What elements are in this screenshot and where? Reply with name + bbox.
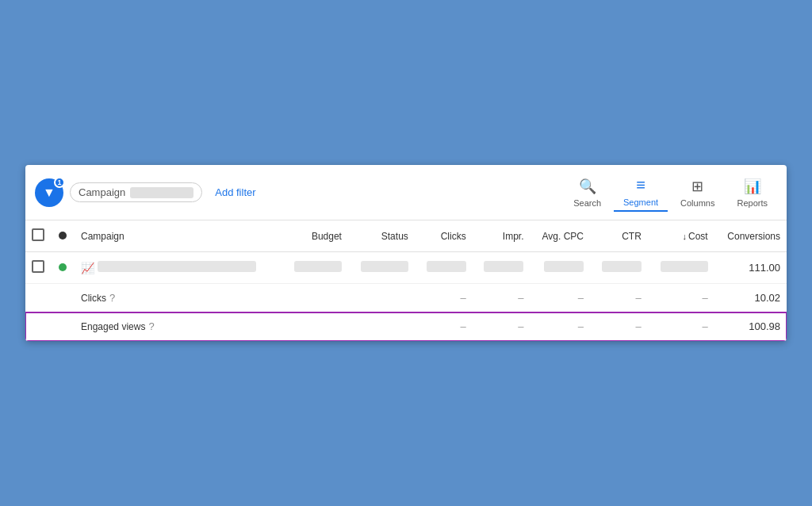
ctr-placeholder — [602, 261, 642, 272]
search-action[interactable]: 🔍 Search — [564, 174, 611, 211]
avg-cpc-placeholder — [544, 261, 584, 272]
cost-column-header: ↓Cost — [648, 220, 714, 252]
sub-clicks-cost: – — [648, 284, 714, 312]
cost-placeholder — [661, 261, 708, 272]
search-icon: 🔍 — [579, 178, 596, 195]
impr-column-header: Impr. — [473, 220, 530, 252]
sub-clicks-ctr: – — [590, 284, 648, 312]
budget-column-header: Budget — [282, 220, 348, 252]
sub-row-check-2 — [25, 312, 51, 341]
sub-row-status-2 — [51, 312, 75, 341]
sub-clicks-clicks: – — [415, 284, 473, 312]
row-budget — [282, 252, 348, 284]
reports-icon: 📊 — [744, 178, 761, 195]
sub-row-status-1 — [51, 284, 75, 312]
columns-icon: ⊞ — [691, 178, 703, 195]
campaign-trend-icon: 📈 — [81, 262, 94, 274]
clicks-column-header: Clicks — [415, 220, 473, 252]
filter-pill-label: Campaign — [79, 186, 125, 198]
sub-engaged-status — [348, 312, 415, 341]
sub-engaged-clicks: – — [415, 312, 473, 341]
row-conversions: 111.00 — [714, 252, 787, 284]
row-clicks — [415, 252, 473, 284]
search-label: Search — [573, 198, 601, 208]
filter-pill-value — [130, 187, 193, 198]
main-card: ▼ 1 Campaign Add filter 🔍 Search ≡ Segme… — [25, 165, 787, 341]
clicks-placeholder — [427, 261, 466, 272]
ctr-column-header: CTR — [590, 220, 648, 252]
row-status-dot — [59, 263, 67, 271]
sub-engaged-avg-cpc: – — [530, 312, 590, 341]
status-header-dot — [59, 232, 67, 240]
sub-engaged-impr: – — [473, 312, 530, 341]
row-ctr — [590, 252, 648, 284]
segment-label: Segment — [623, 197, 658, 207]
add-filter-button[interactable]: Add filter — [209, 183, 262, 201]
filter-icon: ▼ — [43, 186, 56, 200]
table-header-row: Campaign Budget Status Clicks Impr. Avg.… — [25, 220, 787, 252]
status-placeholder — [361, 261, 408, 272]
notification-badge: 1 — [54, 177, 65, 188]
segment-icon: ≡ — [636, 176, 645, 194]
row-status — [348, 252, 415, 284]
engaged-views-help-icon[interactable]: ? — [148, 320, 154, 332]
segment-action[interactable]: ≡ Segment — [614, 173, 668, 212]
toolbar-actions: 🔍 Search ≡ Segment ⊞ Columns 📊 Reports — [564, 173, 777, 212]
sub-row-check-1 — [25, 284, 51, 312]
reports-action[interactable]: 📊 Reports — [727, 174, 777, 211]
table-row: 📈 — [25, 252, 787, 284]
conversions-column-header: Conversions — [714, 220, 787, 252]
sub-clicks-avg-cpc: – — [530, 284, 590, 312]
sub-engaged-cost: – — [648, 312, 714, 341]
row-checkbox-cell[interactable] — [25, 252, 51, 284]
logo-filter-button[interactable]: ▼ 1 — [35, 178, 63, 207]
sub-engaged-conversions: 100.98 — [714, 312, 787, 341]
row-status-cell — [51, 252, 75, 284]
clicks-help-icon[interactable]: ? — [109, 292, 115, 304]
sub-row-label-2: Engaged views ? — [75, 312, 282, 341]
sub-clicks-impr: – — [473, 284, 530, 312]
sub-clicks-conversions: 10.02 — [714, 284, 787, 312]
columns-action[interactable]: ⊞ Columns — [671, 174, 724, 211]
columns-label: Columns — [680, 198, 714, 208]
clicks-sub-label: Clicks — [81, 293, 106, 304]
row-checkbox[interactable] — [32, 260, 44, 273]
sub-clicks-status — [348, 284, 415, 312]
row-avg-cpc — [530, 252, 590, 284]
data-table: Campaign Budget Status Clicks Impr. Avg.… — [25, 220, 787, 341]
clicks-sub-row: Clicks ? – – – – – 10.02 — [25, 284, 787, 312]
sub-engaged-ctr: – — [590, 312, 648, 341]
row-impr — [473, 252, 530, 284]
select-all-checkbox[interactable] — [32, 228, 44, 241]
campaign-filter-pill[interactable]: Campaign — [70, 182, 202, 202]
sub-engaged-budget — [282, 312, 348, 341]
engaged-views-sub-label: Engaged views — [81, 321, 145, 332]
toolbar: ▼ 1 Campaign Add filter 🔍 Search ≡ Segme… — [25, 165, 787, 220]
row-campaign-name[interactable]: 📈 — [75, 252, 282, 284]
row-cost — [648, 252, 714, 284]
campaign-column-header: Campaign — [75, 220, 282, 252]
sub-row-label-1: Clicks ? — [75, 284, 282, 312]
reports-label: Reports — [737, 198, 768, 208]
cost-sort-icon: ↓ — [683, 232, 688, 241]
avg-cpc-column-header: Avg. CPC — [530, 220, 590, 252]
impr-placeholder — [484, 261, 523, 272]
status-column-header: Status — [348, 220, 415, 252]
budget-placeholder — [294, 261, 342, 272]
select-all-header[interactable] — [25, 220, 51, 252]
engaged-views-sub-row: Engaged views ? – – – – – 100.98 — [25, 312, 787, 341]
sub-clicks-budget — [282, 284, 348, 312]
campaign-name-placeholder — [98, 261, 256, 272]
status-header — [51, 220, 75, 252]
